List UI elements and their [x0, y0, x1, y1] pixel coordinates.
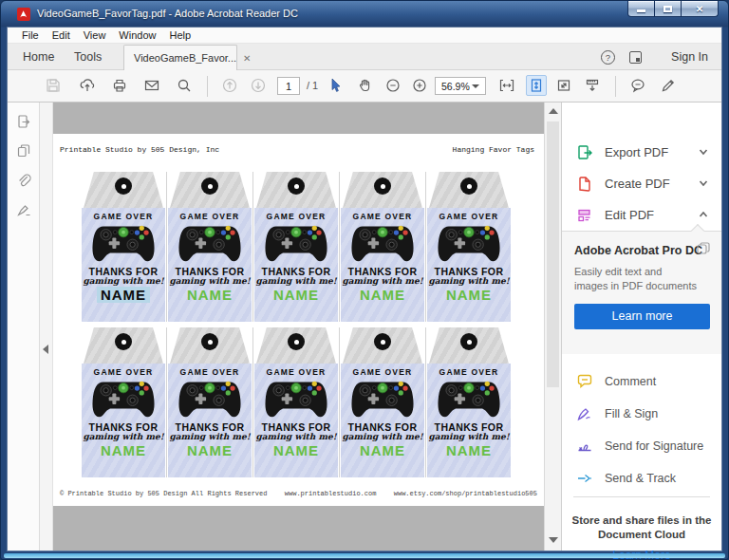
- menu-help[interactable]: Help: [162, 29, 197, 41]
- document-canvas[interactable]: Printable Studio by 505 Design, Inc Hang…: [53, 103, 544, 551]
- scroll-down-icon[interactable]: [549, 537, 558, 543]
- game-controller-graphic: [263, 221, 329, 265]
- next-page-icon[interactable]: [251, 78, 266, 93]
- pages-icon[interactable]: [16, 143, 31, 159]
- zoom-in-icon[interactable]: [412, 78, 427, 93]
- sidebar-item-send-for-signature[interactable]: Send for Signature: [562, 430, 721, 462]
- tag-hole: [288, 177, 305, 195]
- favor-tag: GAME OVER THANKS FORgaming with me!NAME: [168, 172, 252, 322]
- collapse-panel-icon[interactable]: [43, 345, 48, 354]
- search-icon[interactable]: [177, 78, 192, 93]
- signatures-icon[interactable]: [16, 202, 31, 217]
- tag-title: GAME OVER: [94, 212, 154, 221]
- menu-view[interactable]: View: [77, 29, 113, 41]
- tag-name-field: NAME: [446, 287, 492, 303]
- zoom-level-dropdown[interactable]: 56.9%: [435, 77, 486, 95]
- document-cloud-learn-more-link[interactable]: Learn More: [562, 549, 721, 560]
- help-icon[interactable]: ?: [601, 50, 615, 65]
- menu-window[interactable]: Window: [112, 29, 162, 41]
- tag-hanger: [170, 327, 250, 364]
- scroll-mode-icon[interactable]: [585, 78, 600, 93]
- highlighter-icon[interactable]: [661, 78, 676, 93]
- page-number-input[interactable]: [277, 77, 300, 95]
- send-track-label: Send & Track: [605, 472, 676, 485]
- fit-page-button[interactable]: [526, 75, 547, 96]
- tools-sidebar: Export PDF Create PDF Edit PDF: [561, 103, 721, 551]
- select-tool-icon[interactable]: [328, 78, 344, 93]
- document-tab-label: VideoGameB_Favor...: [134, 52, 236, 64]
- promo-badge-icon: [696, 241, 711, 256]
- sidebar-item-create-pdf[interactable]: Create PDF: [562, 168, 721, 199]
- share-upload-icon[interactable]: [80, 78, 95, 93]
- page-footer-right: www.etsy.com/shop/printablestudio505: [394, 490, 537, 497]
- title-bar[interactable]: VideoGameB_FavorTag.pdf - Adobe Acrobat …: [1, 1, 728, 28]
- tag-face: GAME OVER THANKS FORgaming with me!NAME: [341, 364, 424, 477]
- fit-page-icon: [529, 78, 544, 93]
- tag-face: GAME OVER THANKS FORgaming with me!NAME: [341, 208, 424, 322]
- create-pdf-icon: [576, 176, 593, 193]
- notifications-icon[interactable]: [629, 51, 642, 64]
- tag-name-field[interactable]: NAME: [97, 287, 150, 303]
- send-track-icon: [576, 470, 593, 487]
- export-file-icon[interactable]: [16, 114, 31, 129]
- zoom-out-icon[interactable]: [385, 78, 401, 93]
- tag-script-text: gaming with me!: [83, 276, 163, 286]
- print-icon[interactable]: [112, 78, 127, 93]
- chevron-down-icon: [472, 84, 479, 88]
- tag-script-text: gaming with me!: [255, 276, 336, 286]
- sidebar-divider: [573, 496, 710, 497]
- attachments-icon[interactable]: [16, 173, 31, 188]
- promo-description: Easily edit text and images in PDF docum…: [574, 265, 698, 293]
- tag-script-text: gaming with me!: [342, 432, 422, 441]
- sidebar-item-fill-sign[interactable]: Fill & Sign: [562, 398, 721, 430]
- tag-face: GAME OVER THANKS FORgaming with me!NAME: [254, 208, 338, 322]
- tag-hanger: [429, 172, 509, 208]
- maximize-button[interactable]: [654, 1, 682, 17]
- game-controller-graphic: [349, 221, 416, 265]
- tag-hanger: [84, 172, 163, 208]
- panel-collapse-strip[interactable]: [40, 103, 53, 551]
- favor-tag: GAME OVER THANKS FORgaming with me!NAME: [254, 172, 338, 322]
- sidebar-item-comment[interactable]: Comment: [562, 365, 721, 398]
- close-button[interactable]: ✕: [681, 1, 719, 17]
- comment-tool-icon[interactable]: [630, 78, 645, 93]
- hand-tool-icon[interactable]: [357, 78, 372, 93]
- sign-in-link[interactable]: Sign In: [671, 50, 708, 64]
- acrobat-window: VideoGameB_FavorTag.pdf - Adobe Acrobat …: [0, 0, 729, 560]
- tab-document[interactable]: VideoGameB_Favor... ✕: [123, 45, 237, 70]
- scrollbar-thumb[interactable]: [547, 121, 559, 387]
- fit-width-icon[interactable]: [499, 78, 514, 93]
- tags-grid: GAME OVER THANKS FORgaming with me!NAMEG…: [82, 172, 511, 477]
- chevron-down-icon[interactable]: [698, 177, 709, 189]
- tag-name-field: NAME: [273, 442, 319, 458]
- menu-edit[interactable]: Edit: [46, 29, 77, 41]
- tag-hanger: [343, 172, 422, 208]
- learn-more-button[interactable]: Learn more: [574, 304, 710, 329]
- tag-name-field: NAME: [273, 287, 319, 303]
- scroll-up-icon[interactable]: [549, 108, 558, 114]
- tag-name-field: NAME: [446, 442, 492, 458]
- chevron-up-icon[interactable]: [698, 209, 709, 220]
- tag-hole: [374, 333, 391, 350]
- sidebar-item-export-pdf[interactable]: Export PDF: [562, 137, 721, 168]
- previous-page-icon[interactable]: [222, 78, 237, 93]
- menu-file[interactable]: File: [15, 29, 46, 41]
- game-controller-graphic: [177, 377, 243, 420]
- tab-close-icon[interactable]: ✕: [243, 53, 251, 64]
- fullscreen-icon[interactable]: [556, 78, 571, 93]
- window-title: VideoGameB_FavorTag.pdf - Adobe Acrobat …: [37, 8, 298, 19]
- tag-hole: [201, 333, 218, 350]
- page-footer-center: www.printablestudio.com: [285, 490, 377, 497]
- sidebar-item-send-track[interactable]: Send & Track: [562, 462, 721, 495]
- email-icon[interactable]: [144, 78, 159, 93]
- favor-tag: GAME OVER THANKS FORgaming with me!NAME: [254, 327, 338, 477]
- tab-tools[interactable]: Tools: [74, 50, 102, 64]
- tag-hole: [374, 177, 391, 195]
- vertical-scrollbar[interactable]: [544, 103, 561, 551]
- game-controller-graphic: [90, 221, 157, 265]
- tab-home[interactable]: Home: [23, 50, 54, 64]
- minimize-button[interactable]: [627, 1, 655, 17]
- save-icon[interactable]: [46, 78, 61, 93]
- chevron-down-icon[interactable]: [698, 146, 709, 158]
- navigation-rail: [8, 103, 40, 551]
